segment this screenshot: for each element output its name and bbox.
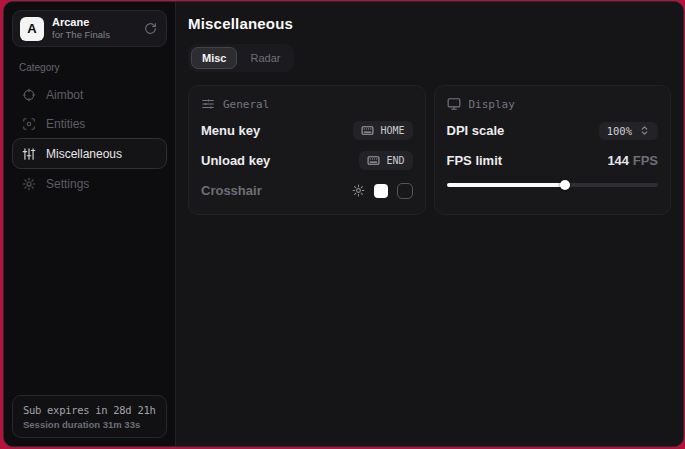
sliders-horizontal-icon [201, 97, 215, 111]
app-subtitle: for The Finals [52, 29, 110, 41]
keyboard-icon [367, 154, 380, 167]
crosshair-label: Crosshair [201, 183, 262, 198]
chevrons-up-down-icon [639, 125, 650, 136]
sidebar-item-settings[interactable]: Settings [12, 169, 167, 198]
fps-limit-unit: FPS [633, 153, 658, 168]
sliders-icon [22, 147, 36, 161]
fps-limit-slider[interactable] [447, 179, 659, 191]
unload-key-label: Unload key [201, 153, 270, 168]
fps-limit-row: FPS limit 144 FPS [447, 150, 659, 171]
dpi-scale-value: 100% [607, 125, 632, 137]
entities-icon [22, 117, 36, 131]
sidebar-item-label: Settings [46, 177, 89, 191]
menu-key-value: HOME [380, 125, 404, 136]
dpi-scale-select[interactable]: 100% [599, 122, 658, 140]
sidebar-item-entities[interactable]: Entities [12, 109, 167, 138]
main-content: Miscellaneous Misc Radar General Menu ke… [176, 2, 683, 446]
crosshair-checkbox[interactable] [397, 183, 413, 199]
sub-expires-text: Sub expires in 28d 21h [23, 404, 156, 416]
refresh-icon[interactable] [144, 22, 157, 35]
keyboard-icon [361, 124, 374, 137]
app-name: Arcane [52, 16, 110, 30]
tab-radar[interactable]: Radar [239, 47, 291, 69]
app-logo: A [20, 17, 44, 41]
sidebar: A Arcane for The Finals Category Aimbot … [4, 2, 176, 446]
gear-icon [22, 177, 36, 191]
session-duration-text: Session duration 31m 33s [23, 419, 156, 430]
monitor-icon [447, 97, 461, 111]
crosshair-row: Crosshair [201, 180, 413, 201]
subscription-status-card: Sub expires in 28d 21h Session duration … [12, 395, 167, 438]
page-title: Miscellaneous [188, 15, 671, 32]
unload-key-button[interactable]: END [359, 151, 412, 170]
unload-key-value: END [386, 155, 404, 166]
category-label: Category [19, 62, 167, 73]
dpi-scale-label: DPI scale [447, 123, 505, 138]
general-card: General Menu key HOME Unload key [188, 85, 426, 215]
app-logo-card: A Arcane for The Finals [12, 10, 167, 47]
unload-key-row: Unload key END [201, 150, 413, 171]
app-window: A Arcane for The Finals Category Aimbot … [3, 1, 684, 447]
sidebar-item-label: Aimbot [46, 88, 83, 102]
display-card-title: Display [469, 98, 515, 111]
menu-key-button[interactable]: HOME [353, 121, 412, 140]
sidebar-item-miscellaneous[interactable]: Miscellaneous [12, 138, 167, 169]
general-card-title: General [223, 98, 269, 111]
fps-limit-label: FPS limit [447, 153, 503, 168]
crosshair-color-swatch[interactable] [374, 184, 388, 198]
slider-thumb[interactable] [560, 180, 570, 190]
sidebar-item-label: Miscellaneous [46, 147, 122, 161]
display-card: Display DPI scale 100% FPS limit 144 FPS [434, 85, 672, 215]
tab-misc[interactable]: Misc [191, 47, 237, 69]
menu-key-label: Menu key [201, 123, 260, 138]
sidebar-item-label: Entities [46, 117, 85, 131]
fps-limit-value: 144 [607, 153, 629, 168]
menu-key-row: Menu key HOME [201, 120, 413, 141]
sidebar-item-aimbot[interactable]: Aimbot [12, 80, 167, 109]
tab-bar: Misc Radar [188, 44, 294, 72]
crosshair-icon [22, 88, 36, 102]
crosshair-settings-icon[interactable] [352, 184, 365, 197]
dpi-scale-row: DPI scale 100% [447, 120, 659, 141]
slider-fill [447, 183, 565, 187]
